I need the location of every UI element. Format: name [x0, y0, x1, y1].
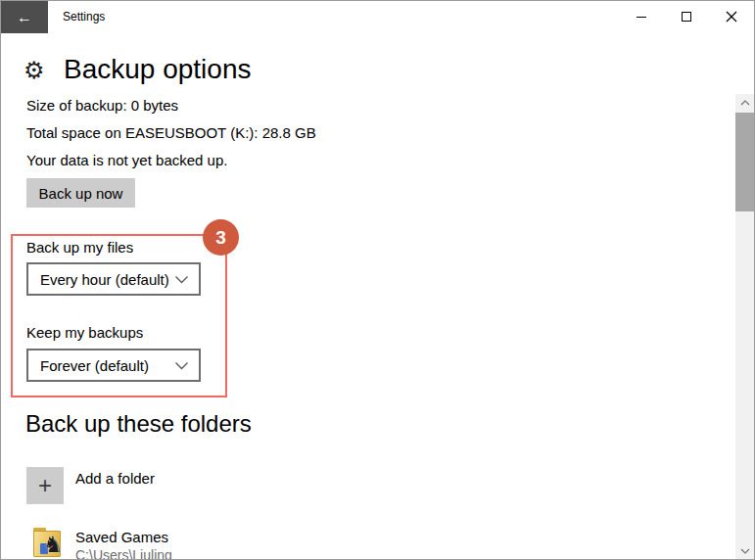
backup-status-text: Your data is not yet backed up.	[26, 152, 227, 168]
page-title: Backup options	[64, 54, 251, 85]
settings-window: ← Settings ⚙ Backup options Size of back…	[0, 0, 755, 560]
window-title: Settings	[63, 1, 105, 33]
back-button[interactable]: ←	[1, 1, 48, 33]
retention-label: Keep my backups	[26, 324, 143, 341]
chevron-down-icon	[174, 361, 189, 370]
back-arrow-icon: ←	[17, 9, 32, 26]
close-icon	[726, 11, 737, 23]
folders-section-title: Back up these folders	[25, 410, 252, 438]
saved-games-folder-icon: ♞	[33, 528, 65, 560]
folder-path: C:\Users\Liuling	[75, 547, 172, 560]
add-folder-button[interactable]: +	[26, 467, 64, 504]
folder-name: Saved Games	[75, 529, 168, 545]
maximize-button[interactable]	[664, 1, 709, 32]
gear-icon: ⚙	[24, 58, 45, 83]
close-button[interactable]	[709, 1, 754, 32]
back-up-now-button[interactable]: Back up now	[26, 178, 135, 208]
total-space-text: Total space on EASEUSBOOT (K:): 28.8 GB	[26, 124, 316, 141]
caption-buttons	[619, 1, 754, 32]
scroll-down-button[interactable]	[735, 542, 754, 559]
folder-item-saved-games[interactable]: ♞ Saved Games C:\Users\Liuling	[33, 526, 386, 560]
chevron-up-icon	[740, 100, 750, 106]
minimize-button[interactable]	[619, 1, 664, 32]
frequency-label: Back up my files	[26, 239, 133, 256]
minimize-icon	[637, 17, 646, 18]
vertical-scrollbar[interactable]	[735, 94, 754, 559]
retention-dropdown[interactable]: Forever (default)	[26, 349, 201, 382]
plus-icon: +	[38, 472, 52, 499]
scrollbar-thumb[interactable]	[735, 113, 754, 211]
chevron-down-icon	[740, 548, 750, 554]
chevron-down-icon	[174, 275, 189, 284]
scroll-up-button[interactable]	[735, 94, 754, 111]
frequency-dropdown[interactable]: Every hour (default)	[26, 262, 201, 296]
frequency-value: Every hour (default)	[40, 271, 169, 288]
annotation-step-badge: 3	[203, 219, 239, 256]
backup-size-text: Size of backup: 0 bytes	[26, 97, 178, 114]
retention-value: Forever (default)	[40, 357, 149, 374]
titlebar: ← Settings	[1, 1, 754, 33]
add-folder-label: Add a folder	[75, 470, 155, 487]
maximize-icon	[682, 12, 691, 22]
knight-icon: ♞	[43, 534, 64, 556]
